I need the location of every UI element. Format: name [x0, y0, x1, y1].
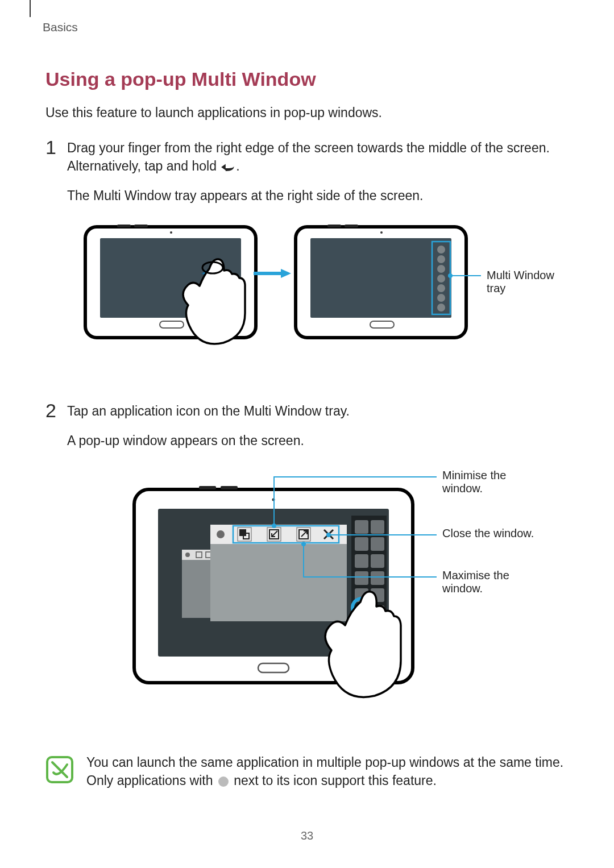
- page-number: 33: [45, 829, 569, 842]
- section-label: Basics: [43, 20, 569, 34]
- svg-rect-14: [327, 225, 341, 227]
- svg-rect-29: [221, 486, 238, 489]
- callout-close-label: Close the window.: [442, 527, 539, 540]
- svg-point-51: [217, 530, 225, 538]
- svg-rect-11: [310, 238, 451, 318]
- step2-line2: A pop-up window appears on the screen.: [67, 431, 569, 450]
- step1-text-a: Drag your finger from the right edge of …: [67, 140, 550, 173]
- svg-point-45: [185, 553, 190, 557]
- note-text: You can launch the same application in m…: [86, 753, 569, 790]
- svg-rect-36: [371, 554, 384, 568]
- step-2: 2 Tap an application icon on the Multi W…: [45, 401, 569, 461]
- support-indicator-icon: [218, 776, 229, 787]
- step-body: Drag your finger from the right edge of …: [67, 138, 569, 217]
- svg-rect-28: [199, 486, 216, 489]
- svg-rect-33: [355, 537, 368, 551]
- svg-point-21: [437, 294, 445, 302]
- figure-1: Multi Window tray: [83, 225, 569, 384]
- step-1: 1 Drag your finger from the right edge o…: [45, 138, 569, 217]
- figure1-svg: [83, 225, 526, 384]
- svg-point-20: [437, 284, 445, 292]
- svg-rect-34: [371, 537, 384, 551]
- svg-rect-38: [371, 571, 384, 585]
- svg-rect-4: [117, 225, 131, 227]
- popup-front: [210, 525, 347, 621]
- svg-point-2: [170, 231, 172, 234]
- callout-max-label: Maximise the window.: [442, 569, 539, 595]
- svg-rect-37: [355, 571, 368, 585]
- svg-point-60: [326, 533, 331, 537]
- svg-point-23: [448, 273, 453, 278]
- svg-point-16: [437, 246, 445, 254]
- note-icon: [45, 755, 74, 784]
- step-body: Tap an application icon on the Multi Win…: [67, 401, 569, 461]
- step2-line1: Tap an application icon on the Multi Win…: [67, 402, 569, 420]
- intro-text: Use this feature to launch applications …: [45, 104, 569, 122]
- note-text-b: next to its icon support this feature.: [230, 773, 437, 788]
- callout-min-label: Minimise the window.: [442, 469, 539, 495]
- svg-point-19: [437, 275, 445, 283]
- transition-arrow-icon: [254, 269, 291, 278]
- back-icon: [220, 162, 236, 172]
- svg-rect-31: [355, 520, 368, 534]
- svg-point-17: [437, 255, 445, 263]
- svg-point-61: [301, 542, 306, 546]
- svg-rect-15: [345, 225, 358, 227]
- tablet-right: [296, 225, 466, 338]
- step1-line1: Drag your finger from the right edge of …: [67, 139, 569, 175]
- callout-tray-label: Multi Window tray: [487, 269, 569, 295]
- step1-text-b: .: [236, 159, 239, 173]
- svg-point-12: [380, 231, 383, 234]
- page-title: Using a pop-up Multi Window: [45, 68, 569, 90]
- svg-point-18: [437, 265, 445, 273]
- figure2-svg: [131, 469, 563, 736]
- svg-point-59: [272, 524, 276, 528]
- svg-point-22: [437, 304, 445, 312]
- svg-marker-9: [281, 269, 291, 278]
- note: You can launch the same application in m…: [45, 753, 569, 790]
- svg-rect-5: [134, 225, 148, 227]
- step1-line2: The Multi Window tray appears at the rig…: [67, 186, 569, 205]
- svg-rect-35: [355, 554, 368, 568]
- header-tick: [30, 0, 31, 17]
- step-number: 2: [45, 401, 67, 420]
- figure-2: Minimise the window. Close the window. M…: [131, 469, 569, 736]
- svg-rect-32: [371, 520, 384, 534]
- step-number: 1: [45, 138, 67, 157]
